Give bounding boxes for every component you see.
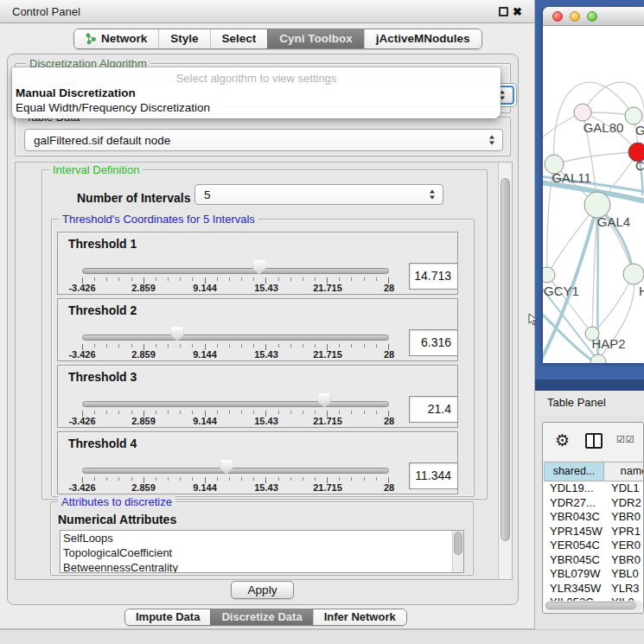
tab-jactivemnodules[interactable]: jActiveMNodules [364,29,481,48]
scrollbar-thumb[interactable] [501,178,510,541]
network-node[interactable] [574,104,591,121]
table-cell[interactable]: YBR0 [604,553,641,568]
axis-tick-label: 15.43 [254,283,278,293]
threshold-value-field[interactable]: 11.344 [409,462,458,489]
table-panel-header: Table Panel [535,391,644,415]
threshold-slider-thumb[interactable] [252,260,265,275]
threshold-1-panel: Threshold 1 -3.4262.8599.14415.4321.7152… [57,232,458,295]
attributes-to-discretize-group: Attributes to discretize Numerical Attri… [50,501,474,576]
tick-mark [131,344,132,348]
tab-network[interactable]: Network [74,29,158,48]
table-cell[interactable]: YLR345W [544,582,604,596]
threshold-value-field[interactable]: 21.4 [409,396,458,423]
tick-mark [315,344,316,348]
threshold-value-field[interactable]: 6.316 [409,329,458,356]
tab-cyni-toolbox[interactable]: Cyni Toolbox [267,29,364,48]
dropdown-option-manual-discretization[interactable]: Manual Discretization [12,86,501,100]
tick-mark [118,477,119,481]
network-node[interactable] [625,107,642,124]
threshold-slider-thumb[interactable] [220,460,233,475]
table-data-combobox[interactable]: galFiltered.sif default node [24,129,503,151]
status-strip [0,629,644,644]
tab-label: Infer Network [324,609,396,625]
tick-mark [278,344,279,348]
tick-mark [192,411,193,414]
network-node-gcy1[interactable] [543,267,555,283]
tick-mark [376,411,377,414]
minimize-traffic-light-icon[interactable] [570,11,580,22]
axis-tick-label: 21.715 [313,283,342,293]
attributes-list-scrollbar[interactable] [452,531,463,572]
table-row[interactable]: YER054CYER0 [544,539,644,553]
dropdown-option-equal-width-frequency[interactable]: Equal Width/Frequency Discretization [12,100,501,115]
settings-vertical-scrollbar[interactable] [498,163,512,579]
screen: Control Panel ✖ Network Style Select Cyn… [0,0,644,644]
number-of-intervals-combobox[interactable]: 5 [194,184,443,205]
table-cell[interactable]: YER0 [604,539,641,553]
table-row[interactable]: YLR345WYLR3 [544,582,644,596]
table-cell[interactable]: YDL19... [544,481,604,496]
scrollbar-thumb[interactable] [454,532,462,555]
tab-impute-data[interactable]: Impute Data [125,609,210,625]
threshold-value-field[interactable]: 14.713 [409,263,458,290]
network-canvas[interactable]: GAL80 GA C GAL11 GAL4 GCY1 H HAP2 [543,26,644,363]
tab-infer-network[interactable]: Infer Network [313,609,406,625]
gear-icon[interactable]: ⚙ [555,430,570,452]
table-cell[interactable]: YLR3 [604,582,640,596]
table-cell[interactable]: YDL1 [604,481,640,496]
table-row[interactable]: YPR145WYPR1 [544,525,644,539]
column-layout-icon[interactable] [585,433,603,449]
table-row[interactable]: YBR045CYBR0 [544,553,644,568]
tick-mark [290,411,291,414]
tick-mark [192,344,193,348]
tab-discretize-data[interactable]: Discretize Data [210,609,312,625]
table-cell[interactable]: YDR2 [604,496,641,511]
tab-style[interactable]: Style [158,29,209,48]
table-cell[interactable]: YBR043C [544,510,604,525]
tick-mark [315,411,316,414]
apply-button[interactable]: Apply [231,581,294,599]
column-header-shared-name[interactable]: shared... [544,462,604,481]
table-cell[interactable]: YPR1 [604,525,641,539]
float-window-icon[interactable] [499,7,508,16]
tick-mark [278,411,279,414]
scrollbar-thumb[interactable] [545,602,636,609]
table-horizontal-scrollbar[interactable] [545,601,643,611]
threshold-slider-thumb[interactable] [318,393,331,408]
tick-mark [180,411,181,414]
close-traffic-light-icon[interactable] [552,11,563,22]
tab-select[interactable]: Select [210,29,268,48]
tick-mark [364,411,365,414]
table-row[interactable]: YDR27...YDR2 [544,496,644,511]
table-cell[interactable]: YBL079W [544,567,604,582]
attribute-list-item[interactable]: SelfLoops [61,531,463,545]
network-window-titlebar[interactable] [543,7,644,26]
table-cell[interactable]: YPR145W [544,525,604,539]
column-header-name[interactable]: name [604,462,644,481]
table-row[interactable]: YBR043CYBR0 [544,510,644,525]
network-node[interactable] [590,354,606,363]
close-icon[interactable]: ✖ [513,4,522,20]
table-data-value: galFiltered.sif default node [34,130,170,150]
tick-mark [106,411,107,414]
group-title: Threshold's Coordinates for 5 Intervals [59,213,258,226]
threshold-label: Threshold 4 [68,437,137,450]
tick-mark [106,477,107,481]
tab-label: Impute Data [136,609,200,625]
attribute-list-item[interactable]: TopologicalCoefficient [61,545,463,560]
threshold-slider-thumb[interactable] [171,327,184,341]
table-cell[interactable]: YER054C [544,539,604,553]
table-cell[interactable]: YBR0 [604,510,641,525]
table-row[interactable]: YBL079WYBL0 [544,567,644,582]
node-label: GCY1 [544,284,579,298]
attribute-list-item[interactable]: BetweennessCentrality [61,560,463,573]
table-cell[interactable]: YBL0 [604,567,639,582]
select-columns-icon[interactable]: ☑☑ [616,434,635,445]
table-cell[interactable]: YDR27... [544,496,604,511]
tick-mark [156,344,156,348]
network-node[interactable] [623,264,644,284]
zoom-traffic-light-icon[interactable] [587,11,597,22]
table-cell[interactable]: YBR045C [544,553,604,568]
table-row[interactable]: YDL19...YDL1 [544,481,644,496]
tick-mark [229,344,230,348]
